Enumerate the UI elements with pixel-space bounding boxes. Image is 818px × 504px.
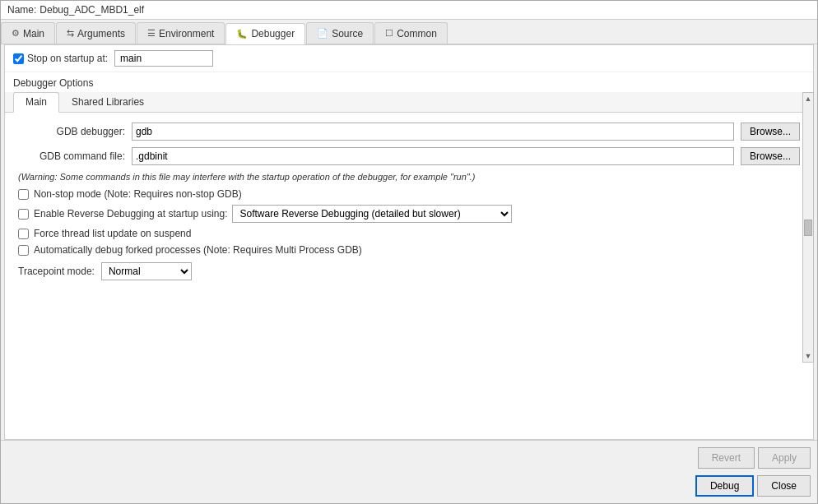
force-thread-checkbox[interactable] bbox=[18, 229, 29, 239]
tabs-bar: ⚙ Main ⇆ Arguments ☰ Environment 🐛 Debug… bbox=[1, 20, 817, 44]
tab-arguments[interactable]: ⇆ Arguments bbox=[56, 22, 136, 44]
tab-main[interactable]: ⚙ Main bbox=[1, 22, 55, 44]
gdb-label: GDB debugger: bbox=[18, 126, 125, 137]
nonstop-checkbox[interactable] bbox=[18, 189, 29, 200]
stop-on-startup-checkbox-row: Stop on startup at: bbox=[13, 53, 108, 64]
scrollbar-up-arrow[interactable]: ▲ bbox=[803, 93, 813, 104]
nonstop-label: Non-stop mode (Note: Requires non-stop G… bbox=[34, 188, 242, 200]
section-header: Debugger Options bbox=[5, 72, 813, 92]
auto-fork-checkbox[interactable] bbox=[18, 245, 29, 256]
scrollbar-thumb[interactable] bbox=[804, 220, 812, 236]
tracepoint-label: Tracepoint mode: bbox=[18, 266, 95, 277]
reverse-select[interactable]: Software Reverse Debugging (detailed but… bbox=[232, 205, 512, 223]
warning-text: (Warning: Some commands in this file may… bbox=[18, 172, 800, 182]
tracepoint-select[interactable]: NormalFastSlow bbox=[101, 262, 192, 280]
name-label: Name: bbox=[7, 4, 36, 16]
common-icon: ☐ bbox=[385, 28, 393, 39]
gdb-input[interactable] bbox=[132, 123, 734, 141]
gdb-browse-button[interactable]: Browse... bbox=[741, 123, 800, 141]
environment-icon: ☰ bbox=[147, 28, 156, 39]
reverse-checkbox[interactable] bbox=[18, 209, 29, 220]
tab-common-label: Common bbox=[397, 28, 437, 39]
source-icon: 📄 bbox=[317, 28, 328, 39]
tab-environment[interactable]: ☰ Environment bbox=[137, 22, 225, 44]
inner-tabs: Main Shared Libraries bbox=[5, 92, 813, 113]
bottom-action-bar: Revert Apply bbox=[1, 440, 817, 472]
stop-on-startup-input[interactable] bbox=[114, 50, 213, 67]
debugger-icon: 🐛 bbox=[236, 29, 248, 39]
stop-on-startup-checkbox[interactable] bbox=[13, 53, 24, 64]
tab-environment-label: Environment bbox=[159, 28, 214, 39]
debug-button[interactable]: Debug bbox=[695, 475, 754, 497]
tab-main-label: Main bbox=[23, 28, 44, 39]
auto-fork-label: Automatically debug forked processes (No… bbox=[34, 244, 362, 256]
tab-debugger-label: Debugger bbox=[251, 28, 295, 39]
form-area: GDB debugger: Browse... GDB command file… bbox=[5, 113, 813, 439]
revert-button[interactable]: Revert bbox=[698, 447, 755, 469]
bottom-buttons: Debug Close bbox=[1, 472, 817, 503]
reverse-label: Enable Reverse Debugging at startup usin… bbox=[34, 208, 227, 220]
tab-arguments-label: Arguments bbox=[77, 28, 125, 39]
inner-tab-shared-libraries[interactable]: Shared Libraries bbox=[59, 92, 156, 112]
tab-source-label: Source bbox=[332, 28, 363, 39]
scrollbar-down-arrow[interactable]: ▼ bbox=[803, 350, 813, 362]
tab-common[interactable]: ☐ Common bbox=[374, 22, 448, 44]
apply-button[interactable]: Apply bbox=[758, 447, 811, 469]
name-value: Debug_ADC_MBD1_elf bbox=[40, 4, 144, 16]
close-button[interactable]: Close bbox=[757, 475, 811, 497]
stop-on-startup-label: Stop on startup at: bbox=[27, 53, 108, 64]
tab-source[interactable]: 📄 Source bbox=[306, 22, 374, 44]
right-scrollbar[interactable]: ▲ ▼ bbox=[802, 92, 814, 363]
tab-debugger[interactable]: 🐛 Debugger bbox=[225, 23, 305, 44]
inner-tab-main[interactable]: Main bbox=[13, 92, 59, 113]
command-browse-button[interactable]: Browse... bbox=[741, 147, 800, 165]
command-input[interactable] bbox=[132, 147, 734, 165]
main-icon: ⚙ bbox=[12, 28, 20, 39]
force-thread-label: Force thread list update on suspend bbox=[34, 228, 191, 239]
command-label: GDB command file: bbox=[18, 150, 125, 162]
arguments-icon: ⇆ bbox=[67, 28, 74, 39]
